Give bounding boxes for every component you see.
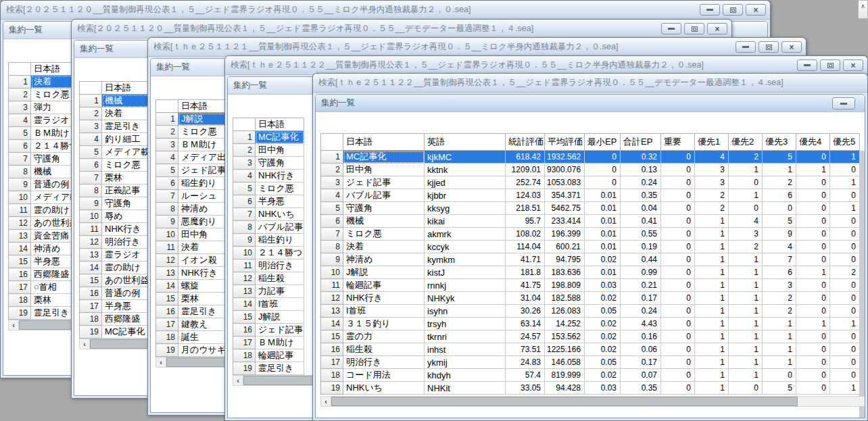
row-number[interactable]: 7 bbox=[9, 153, 31, 166]
row-number[interactable]: 4 bbox=[233, 170, 256, 182]
table-row[interactable]: 15霊の力tkrnri24.57153.5620.020.16011100 bbox=[321, 330, 860, 343]
list-row[interactable]: 3ＢＭ助け bbox=[156, 139, 227, 151]
window-titlebar[interactable]: 検索[２０２５１１２０__質量制御再現公表１，５__ジェド霊界ラジオ再現０．５５… bbox=[1, 1, 770, 20]
row-number[interactable]: 6 bbox=[80, 159, 102, 172]
list-row[interactable]: 13NHK行き bbox=[156, 267, 227, 280]
table-row[interactable]: 17明治行きykmij24.83146.0580.050.17011100 bbox=[321, 356, 860, 369]
list-row[interactable]: 2田中角 bbox=[233, 144, 304, 157]
list-row[interactable]: 16霊足引き bbox=[156, 305, 227, 318]
list-row[interactable]: 9守護角 bbox=[80, 197, 151, 210]
row-number[interactable]: 8 bbox=[233, 221, 256, 234]
list-row[interactable]: 3霊足引き bbox=[80, 120, 151, 133]
scrollbar-track[interactable] bbox=[331, 397, 865, 406]
row-number[interactable]: 7 bbox=[233, 208, 256, 221]
list-row[interactable]: 8バブル記事 bbox=[233, 221, 304, 234]
list-row[interactable]: 3弾力 bbox=[9, 101, 80, 114]
row-number[interactable]: 7 bbox=[80, 172, 102, 184]
list-row[interactable]: 13力記事 bbox=[233, 285, 304, 298]
list-row[interactable]: 4メディア出る bbox=[156, 151, 227, 164]
table-row[interactable]: 19NHKいちNHKit33.0594.4280.030.35010501 bbox=[321, 382, 860, 395]
row-number[interactable]: 9 bbox=[80, 197, 102, 210]
column-header[interactable]: 優先5 bbox=[830, 134, 860, 151]
row-number[interactable]: 7 bbox=[321, 228, 343, 241]
list-row[interactable]: 12あの世利益 bbox=[9, 217, 80, 230]
list-row[interactable]: 15栗林 bbox=[156, 293, 227, 305]
row-number[interactable]: 9 bbox=[9, 178, 31, 191]
list-row[interactable]: 6稲生釣り bbox=[156, 177, 227, 190]
table-row[interactable]: 6機械kikai95.7233.4140.010.41014500 bbox=[321, 215, 860, 228]
row-number[interactable]: 15 bbox=[80, 274, 102, 287]
row-number[interactable]: 11 bbox=[233, 259, 256, 272]
row-number[interactable]: 12 bbox=[80, 236, 102, 249]
list-row[interactable]: 3守護角 bbox=[233, 157, 304, 170]
list-row[interactable]: 5メディア載り bbox=[80, 146, 151, 159]
list-row[interactable]: 9稲生釣り bbox=[233, 234, 304, 247]
list-row[interactable]: 11NHK行き bbox=[80, 223, 151, 236]
scrollbar-thumb[interactable] bbox=[243, 376, 314, 385]
row-number[interactable]: 11 bbox=[156, 241, 178, 254]
row-number[interactable]: 4 bbox=[156, 151, 178, 164]
row-number[interactable]: 5 bbox=[9, 127, 31, 140]
list-row[interactable]: 12明治行き bbox=[80, 236, 151, 249]
list-row[interactable]: 5ミロク悪 bbox=[233, 182, 304, 195]
table-row[interactable]: 7ミロク悪akmrk108.02196.3990.010.55013900 bbox=[321, 228, 860, 241]
list-row[interactable]: 9普通の例 bbox=[9, 178, 80, 191]
list-row[interactable]: 14神清め bbox=[9, 243, 80, 255]
column-header[interactable]: 優先2 bbox=[729, 134, 763, 151]
row-number[interactable]: 3 bbox=[321, 176, 343, 189]
row-number[interactable]: 10 bbox=[233, 247, 256, 259]
list-row[interactable]: 8神清め bbox=[156, 203, 227, 216]
row-number[interactable]: 13 bbox=[156, 267, 178, 280]
row-number[interactable]: 3 bbox=[156, 139, 178, 151]
list-row[interactable]: 19霊足引き bbox=[9, 307, 80, 320]
column-header[interactable]: 日本語 bbox=[178, 100, 227, 113]
row-number[interactable]: 17 bbox=[80, 300, 102, 313]
list-row[interactable]: 16ジェド記事 bbox=[233, 324, 304, 337]
row-number[interactable]: 1 bbox=[321, 151, 343, 164]
row-number[interactable]: 14 bbox=[321, 318, 343, 330]
scrollbar-track[interactable] bbox=[243, 376, 320, 385]
row-number[interactable]: 10 bbox=[80, 210, 102, 223]
row-number[interactable]: 8 bbox=[321, 241, 343, 253]
list-row[interactable]: 14I首班 bbox=[233, 298, 304, 311]
column-header[interactable]: 優先1 bbox=[695, 134, 729, 151]
row-number[interactable]: 1 bbox=[233, 131, 256, 144]
row-number[interactable]: 18 bbox=[321, 369, 343, 382]
list-row[interactable]: 4NHK行き bbox=[233, 170, 304, 182]
close-button[interactable]: × bbox=[707, 23, 727, 34]
scroll-left-button[interactable]: ‹ bbox=[156, 357, 166, 367]
list-row[interactable]: 12イオン殺 bbox=[156, 254, 227, 267]
close-button[interactable]: × bbox=[843, 59, 863, 71]
list-row[interactable]: 4釣り細工 bbox=[80, 133, 151, 146]
row-number[interactable]: 9 bbox=[321, 253, 343, 266]
maximize-button[interactable] bbox=[758, 41, 779, 53]
vertical-scrollbar[interactable] bbox=[859, 151, 865, 418]
column-header[interactable]: 日本語 bbox=[102, 82, 151, 95]
row-number[interactable]: 16 bbox=[233, 324, 256, 337]
row-number[interactable]: 2 bbox=[156, 126, 178, 139]
horizontal-scrollbar[interactable]: ‹ bbox=[320, 396, 865, 407]
horizontal-scrollbar[interactable]: ‹ bbox=[233, 375, 320, 386]
list-row[interactable]: 18誕生 bbox=[156, 331, 227, 344]
row-number[interactable]: 8 bbox=[9, 166, 31, 178]
row-number[interactable]: 6 bbox=[9, 140, 31, 153]
row-number[interactable]: 12 bbox=[321, 292, 343, 305]
list-row[interactable]: 16普通の例 bbox=[80, 287, 151, 300]
row-number[interactable]: 12 bbox=[156, 254, 178, 267]
list-row[interactable]: 10メディア載り bbox=[9, 191, 80, 204]
table-row[interactable]: 2田中角kktnk1209.019300.07600.13031110 bbox=[321, 164, 860, 176]
row-number[interactable]: 17 bbox=[156, 318, 178, 331]
list-row[interactable]: 14霊の助け bbox=[80, 262, 151, 274]
list-row[interactable]: 15半身悪 bbox=[9, 255, 80, 268]
table-row[interactable]: 10J解説kistJ181.8183.6360.010.99011612 bbox=[321, 266, 860, 279]
row-number[interactable]: 10 bbox=[156, 228, 178, 241]
row-number[interactable]: 4 bbox=[80, 133, 102, 146]
column-header[interactable]: 日本語 bbox=[256, 118, 304, 131]
list-row[interactable]: 10田中角 bbox=[156, 228, 227, 241]
row-number[interactable]: 13 bbox=[80, 249, 102, 262]
minimize-button[interactable] bbox=[736, 41, 756, 53]
row-number[interactable]: 13 bbox=[9, 230, 31, 243]
row-number[interactable]: 9 bbox=[233, 234, 256, 247]
table-row[interactable]: 3ジェド記事kjjed252.741053.08300.24030201 bbox=[321, 176, 860, 189]
row-number[interactable]: 16 bbox=[321, 343, 343, 356]
